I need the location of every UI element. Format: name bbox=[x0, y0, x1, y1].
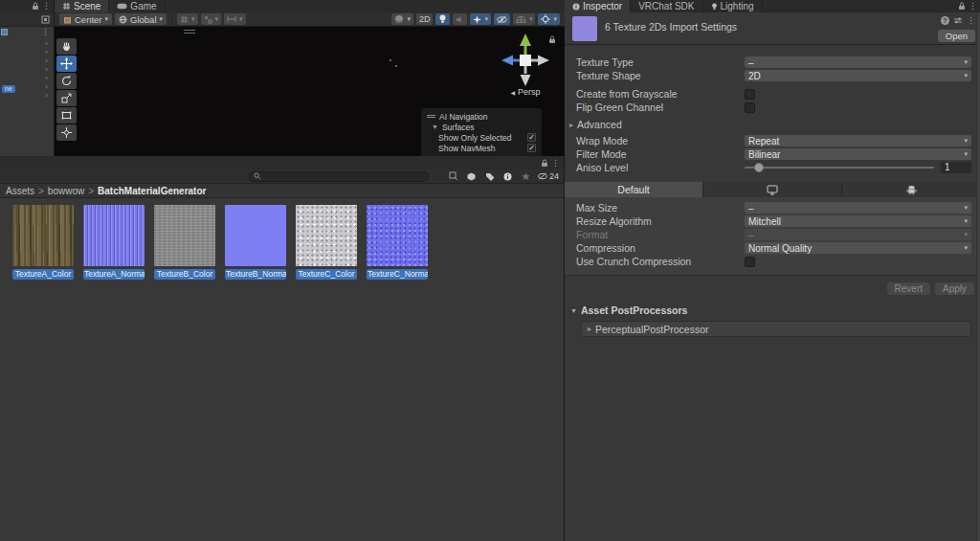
help-icon[interactable]: ? bbox=[941, 16, 949, 25]
projection-toggle[interactable]: ◀ Persp bbox=[492, 87, 559, 97]
gizmos-dropdown[interactable]: ▾ bbox=[538, 13, 560, 25]
asset-tile[interactable]: TextureC_Color bbox=[296, 205, 357, 280]
asset-label[interactable]: TextureB_Normal bbox=[225, 269, 286, 280]
scene-viewport[interactable]: ◀ Persp AI Navigation ▼ Surfaces Show On… bbox=[55, 27, 565, 156]
project-search-field[interactable] bbox=[249, 171, 429, 182]
perceptual-postprocessor-foldout[interactable]: ▸ PerceptualPostProcessor bbox=[582, 322, 970, 336]
orientation-dropdown[interactable]: Global ▾ bbox=[115, 13, 167, 25]
hierarchy-expand-arrows[interactable]: ››››››› bbox=[45, 40, 48, 100]
lock-icon[interactable] bbox=[32, 2, 39, 11]
platform-tab-android[interactable] bbox=[842, 182, 980, 197]
gizmo-lock-icon[interactable] bbox=[548, 35, 556, 44]
favorites-star-icon[interactable] bbox=[520, 170, 533, 182]
pivot-mode-dropdown[interactable]: Center ▾ bbox=[59, 13, 112, 25]
presets-icon[interactable] bbox=[953, 16, 963, 25]
platform-tab-standalone[interactable] bbox=[703, 182, 841, 197]
inspector-scrollbar[interactable] bbox=[976, 12, 980, 541]
search-input[interactable] bbox=[264, 171, 424, 181]
lock-icon[interactable] bbox=[958, 2, 966, 11]
maximize-icon[interactable] bbox=[41, 15, 50, 24]
asset-label[interactable]: TextureA_Color bbox=[12, 269, 74, 280]
breadcrumb-folder[interactable]: bowwow bbox=[48, 186, 84, 196]
texture-type-dropdown[interactable]: – ▾ bbox=[745, 56, 971, 68]
asset-tile[interactable]: TextureB_Normal bbox=[225, 205, 286, 280]
breadcrumb-assets[interactable]: Assets bbox=[6, 186, 34, 196]
search-by-type-icon[interactable] bbox=[447, 170, 460, 182]
hierarchy-selected-item[interactable]: ne bbox=[2, 85, 15, 93]
transform-tool[interactable] bbox=[56, 124, 77, 141]
create-from-grayscale-checkbox[interactable] bbox=[745, 89, 755, 100]
compression-dropdown[interactable]: Normal Quality ▾ bbox=[745, 242, 971, 254]
measure-tool-dropdown[interactable]: ▾ bbox=[224, 13, 246, 25]
drag-handle-icon[interactable] bbox=[427, 114, 435, 119]
texture-thumbnail[interactable] bbox=[83, 205, 145, 266]
rotate-tool[interactable] bbox=[56, 73, 77, 89]
asset-tile[interactable]: TextureA_Normal bbox=[83, 205, 145, 280]
resize-algorithm-dropdown[interactable]: Mitchell ▾ bbox=[745, 215, 971, 227]
breadcrumb-current[interactable]: BatchMaterialGenerator bbox=[98, 186, 206, 196]
texture-thumbnail[interactable] bbox=[12, 205, 74, 266]
snap-increment-dropdown[interactable]: ▾ bbox=[201, 13, 222, 25]
texture-thumbnail[interactable] bbox=[225, 205, 286, 266]
aniso-level-slider[interactable] bbox=[745, 167, 934, 169]
asset-label[interactable]: TextureC_Normal bbox=[367, 269, 428, 280]
texture-thumbnail[interactable] bbox=[296, 205, 357, 266]
tab-game[interactable]: Game bbox=[109, 0, 165, 12]
tab-inspector[interactable]: Inspector bbox=[565, 0, 631, 12]
scene-visibility-toggle[interactable] bbox=[494, 13, 510, 25]
scene-lighting-toggle[interactable] bbox=[435, 13, 450, 25]
asset-label[interactable]: TextureA_Normal bbox=[83, 269, 145, 280]
tab-lighting[interactable]: Lighting bbox=[703, 0, 763, 12]
tab-scene[interactable]: Scene bbox=[55, 0, 109, 12]
flip-green-channel-checkbox[interactable] bbox=[745, 102, 755, 113]
rect-tool[interactable] bbox=[56, 107, 77, 124]
asset-tile[interactable]: TextureB_Color bbox=[154, 205, 215, 280]
view-hand-tool[interactable] bbox=[56, 38, 77, 55]
scale-tool[interactable] bbox=[56, 90, 77, 106]
grid-visibility-dropdown[interactable]: ▾ bbox=[177, 13, 198, 25]
overlay-drag-handle[interactable] bbox=[184, 30, 195, 35]
scene-audio-toggle[interactable] bbox=[453, 13, 467, 25]
tab-vrchat-sdk[interactable]: VRChat SDK bbox=[631, 0, 702, 12]
filter-mode-dropdown[interactable]: Bilinear ▾ bbox=[745, 148, 971, 160]
asset-tile[interactable]: TextureC_Normal bbox=[367, 205, 428, 280]
revert-button[interactable]: Revert bbox=[887, 282, 930, 295]
move-tool[interactable] bbox=[56, 56, 77, 72]
kebab-menu-icon[interactable]: ⋮ bbox=[967, 16, 975, 25]
show-only-selected-checkbox[interactable]: ✓ bbox=[527, 133, 536, 142]
wrap-mode-dropdown[interactable]: Repeat ▾ bbox=[745, 135, 971, 147]
aniso-level-field[interactable]: 1 bbox=[941, 162, 971, 173]
asset-label[interactable]: TextureC_Color bbox=[296, 269, 357, 280]
texture-thumbnail[interactable] bbox=[154, 205, 215, 266]
draw-mode-dropdown[interactable]: ▾ bbox=[391, 13, 413, 25]
asset-postprocessors-foldout[interactable]: ▼ Asset PostProcessors bbox=[565, 304, 980, 316]
packages-filter-icon[interactable] bbox=[465, 170, 479, 182]
kebab-menu-icon[interactable]: ⋮ bbox=[42, 2, 51, 11]
label-filter-icon[interactable] bbox=[483, 170, 497, 182]
use-crunch-compression-checkbox[interactable] bbox=[745, 257, 755, 267]
hierarchy-scene-row[interactable]: ⋮ bbox=[0, 27, 54, 37]
texture-shape-dropdown[interactable]: 2D ▾ bbox=[745, 70, 971, 81]
apply-button[interactable]: Apply bbox=[935, 282, 974, 295]
toggle-2d-button[interactable]: 2D bbox=[416, 13, 434, 25]
grid-plane-dropdown[interactable]: ▾ bbox=[513, 13, 536, 25]
hidden-count-badge[interactable]: 24 bbox=[538, 171, 559, 181]
kebab-menu-icon[interactable]: ⋮ bbox=[41, 28, 50, 36]
kebab-menu-icon[interactable]: ⋮ bbox=[969, 2, 977, 11]
open-button[interactable]: Open bbox=[938, 30, 975, 42]
asset-tile[interactable]: TextureA_Color bbox=[12, 205, 74, 280]
effects-dropdown[interactable]: ▾ bbox=[470, 13, 491, 25]
info-icon[interactable] bbox=[501, 170, 515, 182]
texture-thumbnail[interactable] bbox=[367, 205, 428, 266]
asset-label[interactable]: TextureB_Color bbox=[154, 269, 215, 280]
show-navmesh-checkbox[interactable]: ✓ bbox=[527, 144, 536, 152]
max-size-dropdown[interactable]: – ▾ bbox=[745, 202, 971, 214]
lock-icon[interactable] bbox=[541, 159, 548, 168]
kebab-menu-icon[interactable]: ⋮ bbox=[551, 159, 560, 168]
overlay-header[interactable]: AI Navigation bbox=[427, 111, 536, 122]
format-dropdown[interactable]: – ▾ bbox=[745, 229, 971, 240]
platform-tab-default[interactable]: Default bbox=[565, 182, 702, 197]
slider-knob[interactable] bbox=[754, 163, 764, 172]
surfaces-foldout[interactable]: ▼ Surfaces bbox=[427, 122, 536, 132]
advanced-foldout[interactable]: ▸ Advanced bbox=[565, 118, 980, 131]
